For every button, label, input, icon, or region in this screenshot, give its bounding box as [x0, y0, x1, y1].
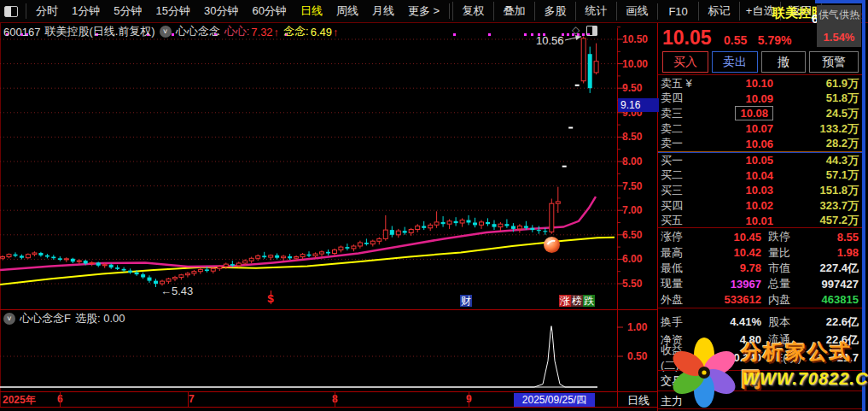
book-level-label: 买一	[661, 153, 705, 168]
book-volume: 151.8万	[773, 183, 859, 198]
cancel-order-button[interactable]: 撤	[761, 51, 806, 73]
date-axis-tick	[188, 392, 189, 407]
industry-label: 供气供热	[817, 8, 861, 22]
book-volume: 133.2万	[773, 121, 859, 137]
book-price: 10.10	[705, 77, 773, 90]
book-level-label: 卖四	[661, 91, 705, 106]
watermark-flower-icon	[666, 332, 743, 410]
candlestick-chart[interactable]: 10.56←5.43	[0, 0, 657, 411]
tool-item-6[interactable]: F10	[657, 3, 698, 20]
book-row[interactable]: 买四10.02323.7万	[661, 198, 859, 214]
book-row[interactable]: 买五10.01457.2万	[661, 213, 859, 228]
panel-divider	[657, 308, 862, 308]
news-char: 榜	[571, 295, 583, 307]
svg-text:10.56: 10.56	[536, 34, 564, 47]
indicator2-readout: 选股: 0.00	[75, 311, 125, 326]
signal-ball-icon	[544, 237, 560, 253]
book-level-label: 卖二	[661, 121, 705, 137]
period-label: 日线	[620, 393, 656, 408]
nian-value: 6.49	[311, 26, 332, 38]
stat-row: 外盘533612内盘463815	[661, 292, 859, 308]
nian-label: 念念:	[283, 24, 309, 39]
price-axis-label: 5.50	[622, 278, 658, 290]
indicator-axis-label: 1.00	[627, 321, 647, 333]
stats-block-1: 涨停10.45跌停8.55最高10.42量比1.98最低9.78市值227.4亿…	[661, 229, 859, 308]
news-marker-cai[interactable]: 财	[460, 295, 472, 307]
book-price: 10.09	[705, 92, 773, 105]
book-row[interactable]: 卖四10.0951.8万	[661, 91, 859, 107]
book-price: 10.07	[705, 122, 773, 135]
indicator-axis-label: 0.50	[627, 350, 647, 362]
industry-change: 1.54%	[817, 31, 861, 44]
book-level-label: 卖三	[661, 106, 705, 121]
book-price: 10.04	[705, 169, 773, 182]
up-arrow-icon: ↑	[333, 26, 339, 38]
price-axis-label: 6.50	[622, 229, 658, 241]
bid-book: 买一10.0544.3万买二10.0457.1万买三10.03151.8万买四1…	[661, 153, 859, 228]
book-price: 10.02	[705, 199, 773, 212]
price-highlight-label: 9.16	[618, 98, 659, 112]
price-axis-label: 10.00	[622, 58, 658, 70]
price-axis-label: 8.50	[622, 131, 658, 143]
window-top-border	[815, 0, 865, 3]
book-volume: 57.1万	[773, 167, 859, 183]
date-axis-tick	[469, 392, 469, 407]
panel-left-border	[657, 23, 658, 411]
book-level-label: 卖一	[661, 136, 705, 151]
indicator2-name: 心心念念F	[20, 311, 71, 326]
book-volume: 24.5万	[773, 106, 859, 121]
book-row[interactable]: 卖二10.07133.2万	[661, 121, 859, 137]
book-row[interactable]: 卖一10.0628.2万	[661, 136, 859, 151]
book-row[interactable]: 买三10.03151.8万	[661, 183, 859, 198]
news-char: 跌	[583, 295, 595, 307]
price-axis-label: 8.00	[622, 156, 658, 167]
book-level-label: 买五	[661, 213, 705, 228]
app-window: 分时1分钟5分钟15分钟30分钟60分钟日线周线月线更多 > 复权叠加多股统计画…	[0, 0, 868, 411]
up-arrow-icon: ↑	[274, 26, 280, 38]
news-char: 涨	[559, 295, 571, 307]
panel-divider	[657, 227, 862, 228]
book-price: 10.05	[705, 154, 773, 167]
date-axis-tick	[335, 392, 335, 407]
book-price: 10.03	[705, 184, 773, 197]
alert-button[interactable]: 预警	[809, 51, 859, 73]
book-volume: 61.9万	[773, 76, 859, 91]
cursor-date-label: 2025/09/25/四	[514, 393, 595, 407]
sell-button[interactable]: 卖出	[712, 51, 758, 73]
xin-value: 7.32	[251, 26, 272, 38]
book-row[interactable]: 卖三10.0824.5万	[661, 106, 859, 121]
sell-signal-marker: S	[267, 293, 274, 305]
chevron-down-icon[interactable]: ˅	[3, 313, 15, 325]
buy-button[interactable]: 买入	[662, 51, 708, 73]
book-level-label: 卖五 ¥	[661, 76, 705, 91]
date-axis-label: 7	[189, 393, 195, 405]
price-axis-label: 7.50	[622, 180, 658, 192]
book-row[interactable]: 卖五 ¥10.1061.9万	[661, 76, 859, 91]
news-marker-zbd[interactable]: 涨榜跌	[559, 295, 595, 307]
book-volume: 44.3万	[773, 153, 859, 168]
book-row[interactable]: 买一10.0544.3万	[661, 153, 859, 168]
ask-book: 卖五 ¥10.1061.9万卖四10.0951.8万卖三10.0824.5万卖二…	[661, 76, 859, 151]
stat-row: 涨停10.45跌停8.55	[661, 229, 859, 244]
chart-code: 600167	[3, 26, 40, 38]
book-volume: 51.8万	[773, 91, 859, 106]
price-axis-label: 9.50	[622, 82, 658, 94]
stat-row: 最高10.42量比1.98	[661, 244, 859, 260]
chevron-down-icon[interactable]: ˅	[160, 26, 172, 38]
chart-name-period: 联美控股(日线.前复权)	[44, 24, 154, 39]
industry-box[interactable]: 供气供热 1.54%	[817, 5, 861, 47]
indicator-name: 心心念念	[176, 24, 220, 39]
xin-label: 心心:	[224, 24, 250, 39]
tool-item-7[interactable]: 标记	[698, 2, 739, 21]
split-pane-icon[interactable]	[586, 26, 597, 36]
chart-title-row: 600167 联美控股(日线.前复权) ˅ 心心念念 心心: 7.32 ↑ 念念…	[3, 24, 339, 39]
date-axis-tick	[60, 392, 61, 407]
book-row[interactable]: 买二10.0457.1万	[661, 168, 859, 184]
diamond-icon[interactable]: ◇	[572, 24, 580, 36]
price-change-pct: 5.79%	[758, 33, 792, 47]
stat-row: 换手4.41%股本22.6亿	[661, 313, 859, 331]
stat-row: 现量13967总量997427	[661, 276, 859, 291]
price-change: 0.55	[724, 33, 747, 47]
book-volume: 28.2万	[773, 136, 859, 151]
book-price: 10.01	[705, 214, 773, 227]
